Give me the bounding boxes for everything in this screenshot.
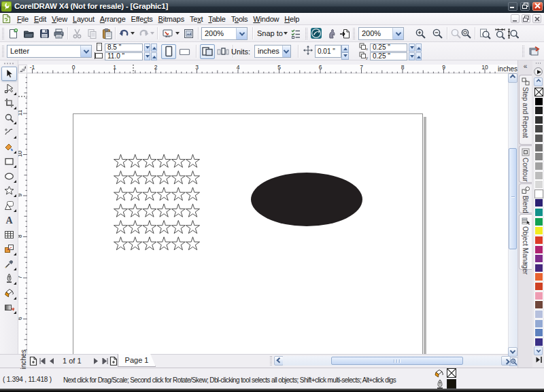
menu-table[interactable]: Table (205, 14, 228, 24)
zoom-to-all-objects-button[interactable] (459, 26, 473, 40)
toolbar-grip[interactable] (305, 28, 307, 39)
star-object[interactable] (157, 188, 171, 200)
undo-button[interactable] (117, 26, 131, 40)
ellipse-tool[interactable] (1, 169, 17, 183)
eyedropper-tool[interactable] (1, 257, 17, 271)
menu-edit[interactable]: Edit (31, 14, 49, 24)
swatch-purple[interactable] (534, 254, 543, 263)
toolbar-grip[interactable] (2, 46, 4, 57)
nudge-offset-field[interactable]: 0.01 " (315, 45, 341, 58)
docker-close-button[interactable]: × (522, 260, 530, 268)
zoom-to-width-button[interactable] (493, 26, 507, 40)
star-object[interactable] (186, 171, 199, 184)
star-object[interactable] (171, 220, 185, 233)
print-button[interactable] (52, 26, 65, 40)
document-restore-button[interactable] (522, 14, 530, 23)
add-page-button-left[interactable] (29, 356, 38, 366)
table-tool[interactable] (1, 228, 17, 242)
menu-effects[interactable]: Effects (129, 14, 156, 24)
redo-button[interactable] (137, 26, 150, 40)
snap-to-dropdown[interactable] (282, 26, 288, 40)
star-object[interactable] (143, 154, 156, 167)
star-object[interactable] (171, 154, 185, 167)
swatch-brown[interactable] (534, 300, 543, 309)
star-object[interactable] (129, 188, 142, 200)
swatch-blue[interactable] (534, 198, 543, 207)
star-object[interactable] (129, 154, 142, 167)
star-object[interactable] (143, 237, 156, 250)
swatch-50-black[interactable] (534, 143, 543, 152)
menu-tools[interactable]: Tools (228, 14, 251, 24)
paper-type-combo[interactable]: Letter (7, 45, 92, 58)
star-object[interactable] (129, 171, 142, 184)
swatch-yellow[interactable] (534, 226, 543, 235)
freehand-tool[interactable] (1, 125, 17, 139)
welcome-screen-button[interactable] (182, 26, 195, 40)
stars-object-group[interactable] (114, 154, 202, 256)
palette-grip[interactable] (535, 63, 541, 64)
docker-tab-step-and-repeat[interactable]: Step and Repeat (519, 75, 532, 145)
swatch-white[interactable] (534, 190, 543, 198)
whats-new-button[interactable] (324, 26, 338, 40)
swatch-green[interactable] (534, 217, 543, 226)
vertical-ruler[interactable]: 11109876 (18, 73, 27, 354)
interactive-fill-tool[interactable] (1, 300, 17, 315)
new-button[interactable] (6, 26, 20, 40)
star-object[interactable] (186, 154, 199, 167)
interactive-blend-tool[interactable] (1, 242, 17, 256)
drawing-canvas[interactable] (27, 73, 508, 354)
menu-file[interactable]: File (14, 14, 31, 24)
text-tool[interactable]: A (1, 213, 17, 227)
scrollbar-grip[interactable] (270, 356, 272, 366)
swatch-red[interactable] (534, 236, 543, 245)
smart-fill-tool[interactable] (1, 140, 17, 154)
star-object[interactable] (157, 237, 171, 250)
palette-scroll-down-button[interactable] (534, 346, 543, 355)
paper-width-field[interactable]: 8.5 " (105, 43, 143, 52)
close-button[interactable] (532, 2, 543, 11)
star-object[interactable] (171, 204, 185, 217)
paper-height-spinner[interactable] (143, 52, 157, 60)
palette-expand-button[interactable] (534, 357, 543, 365)
toolbar-grip[interactable] (522, 46, 524, 57)
swatch-10-black[interactable] (534, 180, 543, 189)
star-object[interactable] (171, 188, 185, 200)
paper-height-field[interactable]: 11.0 " (105, 52, 143, 60)
swatch-steel-blue[interactable] (534, 328, 543, 337)
expand-dockers-button[interactable]: « (520, 63, 530, 71)
units-dropdown-button[interactable] (282, 46, 290, 57)
zoom-to-page-button[interactable] (478, 26, 492, 40)
docker-tab-object-manager[interactable]: Object Manager× (519, 214, 532, 270)
zoom-out-button[interactable] (430, 26, 444, 40)
palette-flyout-button[interactable] (534, 67, 543, 76)
swatch-deep-violet[interactable] (534, 338, 543, 346)
star-object[interactable] (157, 154, 171, 167)
pick-tool[interactable] (1, 67, 17, 81)
paper-type-dropdown-button[interactable] (80, 46, 91, 57)
outline-pen-tool[interactable] (1, 271, 17, 285)
fill-tool[interactable] (1, 286, 17, 300)
swatch-90-black[interactable] (534, 106, 543, 115)
nudge-offset-spinner[interactable] (341, 45, 349, 58)
document-icon[interactable] (3, 14, 10, 23)
fill-status-swatch[interactable] (447, 368, 456, 378)
first-page-button[interactable] (37, 356, 47, 366)
treat-as-filled-button[interactable] (528, 44, 541, 58)
star-object[interactable] (114, 171, 127, 184)
basic-shapes-tool[interactable] (1, 198, 17, 213)
toolbar-grip[interactable] (353, 28, 355, 39)
application-launcher-dropdown[interactable] (174, 26, 180, 40)
current-page-button[interactable] (216, 44, 231, 59)
swatch-pale-lavender[interactable] (534, 310, 543, 319)
star-object[interactable] (114, 220, 127, 233)
duplicate-y-field[interactable]: 0.25 " (370, 52, 407, 60)
star-object[interactable] (129, 204, 142, 217)
swatch-40-black[interactable] (534, 152, 543, 161)
shape-tool[interactable] (1, 82, 17, 96)
minimize-button[interactable] (508, 2, 517, 11)
last-page-button[interactable] (100, 356, 109, 366)
outline-status-swatch[interactable] (447, 379, 456, 389)
menu-window[interactable]: Window (250, 14, 282, 24)
scroll-right-button[interactable] (501, 356, 511, 366)
next-page-button[interactable] (91, 356, 101, 366)
